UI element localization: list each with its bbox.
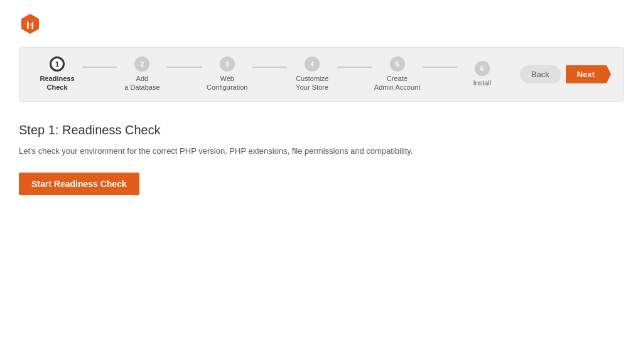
wizard-nav: Back Next (520, 65, 611, 83)
step-number-5: 5 (395, 60, 399, 68)
step-number-6: 6 (480, 65, 484, 72)
step-item-4: 4 CustomizeYour Store (287, 56, 337, 92)
main-content: Step 1: Readiness Check Let's check your… (19, 117, 624, 202)
step-label-1: ReadinessCheck (40, 74, 74, 92)
step-circle-3: 3 (220, 56, 235, 72)
step-item-3: 3 WebConfiguration (202, 56, 252, 92)
step-title: Step 1: Readiness Check (19, 123, 624, 137)
step-label-6: Install (473, 78, 492, 87)
step-circle-5: 5 (390, 56, 405, 72)
step-connector-1 (82, 67, 117, 68)
back-button[interactable]: Back (520, 65, 561, 83)
step-label-5: CreateAdmin Account (374, 74, 420, 92)
logo (19, 13, 624, 37)
start-readiness-check-button[interactable]: Start Readiness Check (19, 173, 139, 195)
step-number-2: 2 (140, 60, 144, 68)
step-connector-4 (337, 67, 372, 68)
step-circle-6: 6 (475, 61, 490, 76)
step-item-5: 5 CreateAdmin Account (372, 56, 423, 92)
step-item-6: 6 Install (457, 61, 507, 87)
step-circle-1: 1 (50, 56, 65, 72)
step-number-3: 3 (225, 60, 229, 68)
step-label-4: CustomizeYour Store (296, 74, 328, 92)
step-item-1: 1 ReadinessCheck (32, 56, 82, 92)
steps-container: 1 ReadinessCheck 2 Adda Database 3 WebCo… (32, 56, 507, 92)
page-wrapper: 1 ReadinessCheck 2 Adda Database 3 WebCo… (0, 0, 643, 364)
step-circle-4: 4 (305, 56, 320, 72)
step-connector-5 (423, 67, 457, 68)
wizard-bar: 1 ReadinessCheck 2 Adda Database 3 WebCo… (19, 47, 624, 102)
magento-logo-icon (19, 13, 41, 35)
step-label-3: WebConfiguration (207, 74, 247, 92)
step-description: Let's check your environment for the cor… (19, 145, 624, 158)
step-connector-2 (167, 67, 202, 68)
step-label-2: Adda Database (124, 74, 159, 92)
step-number-1: 1 (55, 60, 59, 68)
step-number-4: 4 (310, 60, 314, 68)
step-connector-3 (252, 67, 287, 68)
step-item-2: 2 Adda Database (117, 56, 167, 92)
step-circle-2: 2 (134, 56, 149, 72)
next-button[interactable]: Next (566, 65, 611, 83)
